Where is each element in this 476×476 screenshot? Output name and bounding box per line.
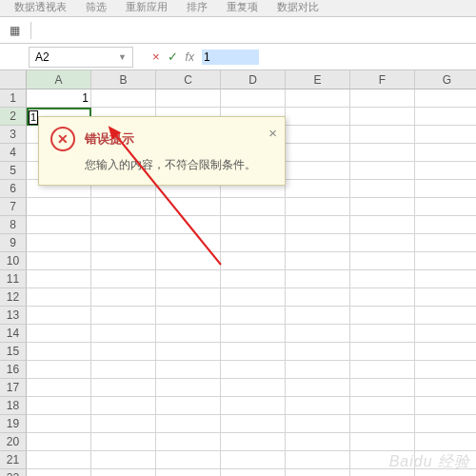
column-header[interactable]: C [156,70,221,89]
column-header[interactable]: A [27,70,91,89]
column-header[interactable]: B [91,70,156,89]
cell[interactable] [350,126,415,144]
cell[interactable] [156,451,221,469]
cell[interactable] [91,270,156,288]
cell[interactable] [286,126,350,144]
cell[interactable] [350,379,415,397]
cell[interactable] [91,307,156,325]
cell[interactable] [91,415,156,433]
cell[interactable] [286,307,350,325]
cell[interactable] [415,379,476,397]
cell[interactable] [91,252,156,270]
cell[interactable] [221,216,286,234]
cell[interactable] [27,325,91,343]
row-header[interactable]: 1 [0,89,27,108]
cell[interactable] [27,397,91,415]
cell[interactable] [27,198,91,216]
toolbar-icon[interactable]: ▦ [4,20,25,41]
cell[interactable] [415,108,476,126]
cell[interactable] [350,361,415,379]
cell[interactable] [350,343,415,361]
select-all-corner[interactable] [0,70,27,89]
cell[interactable] [27,216,91,234]
cell[interactable] [415,126,476,144]
row-header[interactable]: 22 [0,469,27,476]
cancel-icon[interactable]: × [152,50,160,64]
row-header[interactable]: 18 [0,397,27,415]
cell[interactable] [350,433,415,451]
cell[interactable] [350,288,415,307]
cell[interactable] [415,198,476,216]
cell[interactable] [91,379,156,397]
cell[interactable] [350,307,415,325]
column-header[interactable]: D [221,70,286,89]
cell[interactable] [286,108,350,126]
row-header[interactable]: 13 [0,307,27,325]
cell[interactable] [415,288,476,307]
cell[interactable] [415,144,476,162]
cell[interactable]: 1 [27,89,91,108]
cell[interactable] [27,234,91,252]
cell[interactable] [286,343,350,361]
cell[interactable] [221,89,286,108]
cell[interactable] [91,288,156,307]
cell[interactable] [156,89,221,108]
ribbon-item[interactable]: 排序 [187,0,208,14]
cell[interactable] [91,361,156,379]
cell[interactable] [27,361,91,379]
cell[interactable] [415,361,476,379]
ribbon-item[interactable]: 数据透视表 [14,0,67,14]
cell[interactable] [27,252,91,270]
cell[interactable] [415,252,476,270]
cell[interactable] [286,379,350,397]
cell[interactable] [415,307,476,325]
cell[interactable] [286,288,350,307]
row-header[interactable]: 20 [0,433,27,451]
cell[interactable] [156,361,221,379]
cell[interactable] [286,252,350,270]
cell[interactable] [350,108,415,126]
confirm-icon[interactable]: ✓ [168,50,178,64]
cell[interactable] [286,415,350,433]
ribbon-item[interactable]: 数据对比 [277,0,319,14]
cell[interactable] [221,451,286,469]
cell[interactable] [221,379,286,397]
ribbon-item[interactable]: 筛选 [86,0,107,14]
cell[interactable] [415,325,476,343]
cell[interactable] [286,270,350,288]
cell[interactable] [221,307,286,325]
column-header[interactable]: F [350,70,415,89]
cell[interactable] [415,397,476,415]
cell[interactable] [156,343,221,361]
cell[interactable] [221,397,286,415]
cell[interactable] [350,89,415,108]
cell[interactable] [350,325,415,343]
close-icon[interactable]: × [268,125,277,141]
cell[interactable] [27,270,91,288]
row-header[interactable]: 5 [0,162,27,180]
cell[interactable] [350,180,415,198]
cell[interactable] [286,144,350,162]
cell[interactable] [27,379,91,397]
cell[interactable] [156,198,221,216]
cell[interactable] [221,343,286,361]
row-header[interactable]: 19 [0,415,27,433]
cell[interactable] [350,252,415,270]
cell[interactable] [221,234,286,252]
cell[interactable] [27,433,91,451]
cell[interactable] [91,397,156,415]
row-header[interactable]: 14 [0,325,27,343]
cell[interactable] [350,144,415,162]
cell[interactable] [156,234,221,252]
cell[interactable] [415,433,476,451]
ribbon-item[interactable]: 重复项 [227,0,258,14]
cell[interactable] [156,469,221,476]
cell[interactable] [221,325,286,343]
cell[interactable] [221,198,286,216]
cell[interactable] [221,433,286,451]
row-header[interactable]: 12 [0,288,27,307]
cell[interactable] [91,469,156,476]
cell[interactable] [350,234,415,252]
cell[interactable] [286,469,350,476]
cell[interactable] [156,379,221,397]
